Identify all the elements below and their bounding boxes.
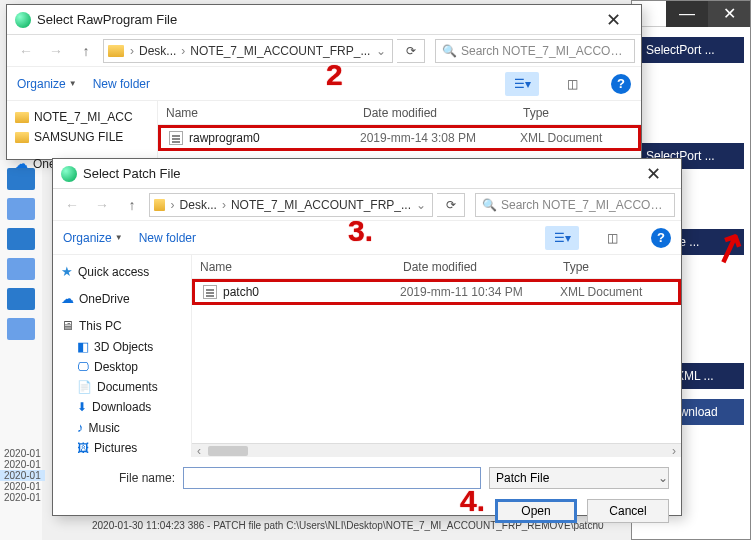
column-headers[interactable]: Name Date modified Type: [192, 255, 681, 279]
col-name[interactable]: Name: [200, 260, 403, 274]
dialog-title: Select RawProgram File: [37, 12, 593, 27]
up-icon[interactable]: ↑: [73, 38, 99, 64]
back-icon[interactable]: ←: [59, 192, 85, 218]
refresh-icon[interactable]: ⟳: [397, 39, 425, 63]
search-input[interactable]: 🔍 Search NOTE_7_MI_ACCOUNT...: [475, 193, 675, 217]
onedrive-icon: ☁: [15, 156, 28, 171]
annotation-number-4: 4.: [460, 484, 485, 518]
path-segment[interactable]: Desk...: [177, 198, 220, 212]
close-icon[interactable]: ✕: [708, 1, 750, 27]
help-icon[interactable]: ?: [611, 74, 631, 94]
file-name: patch0: [223, 285, 400, 299]
col-date[interactable]: Date modified: [403, 260, 563, 274]
minimize-icon[interactable]: —: [666, 1, 708, 27]
chevron-down-icon[interactable]: ⌄: [374, 44, 388, 58]
pc-icon: 🖥: [61, 318, 74, 333]
tree-this-pc[interactable]: 🖥This PC: [57, 315, 187, 336]
col-date[interactable]: Date modified: [363, 106, 523, 120]
tree-3d-objects[interactable]: ◧3D Objects: [57, 336, 187, 357]
path-box[interactable]: › Desk... › NOTE_7_MI_ACCOUNT_FRP_... ⌄: [149, 193, 433, 217]
search-placeholder: Search NOTE_7_MI_ACCOUNT...: [501, 198, 668, 212]
col-type[interactable]: Type: [523, 106, 633, 120]
search-input[interactable]: 🔍 Search NOTE_7_MI_ACCOUNT...: [435, 39, 635, 63]
organize-menu[interactable]: Organize▼: [17, 77, 77, 91]
nav-bar: ← → ↑ › Desk... › NOTE_7_MI_ACCOUNT_FRP_…: [7, 35, 641, 67]
close-icon[interactable]: ✕: [633, 159, 673, 189]
tree-item[interactable]: NOTE_7_MI_ACC: [11, 107, 153, 127]
filename-row: File name: Patch File ⌄: [53, 457, 681, 499]
file-type-filter[interactable]: Patch File ⌄: [489, 467, 669, 489]
app-icon: [15, 12, 31, 28]
new-folder-button[interactable]: New folder: [93, 77, 150, 91]
cancel-button[interactable]: Cancel: [587, 499, 669, 523]
xml-file-icon: [203, 285, 217, 299]
view-details-icon[interactable]: ☰▾: [545, 226, 579, 250]
dialog-actions: Open Cancel: [53, 499, 681, 535]
desktop-icon: 🖵: [77, 360, 89, 374]
tree-desktop[interactable]: 🖵Desktop: [57, 357, 187, 377]
file-date: 2019-mm-11 10:34 PM: [400, 285, 560, 299]
filename-label: File name:: [65, 471, 175, 485]
tree-downloads[interactable]: ⬇Downloads: [57, 397, 187, 417]
refresh-icon[interactable]: ⟳: [437, 193, 465, 217]
strip-icon: [7, 228, 35, 250]
organize-menu[interactable]: Organize▼: [63, 231, 123, 245]
folder-icon: [154, 199, 165, 211]
search-placeholder: Search NOTE_7_MI_ACCOUNT...: [461, 44, 628, 58]
scroll-thumb[interactable]: [208, 446, 248, 456]
filename-input[interactable]: [183, 467, 481, 489]
close-icon[interactable]: ✕: [593, 5, 633, 35]
strip-icon: [7, 288, 35, 310]
view-details-icon[interactable]: ☰▾: [505, 72, 539, 96]
folder-icon: [15, 112, 29, 123]
scroll-left-icon[interactable]: ‹: [192, 444, 206, 458]
folder-icon: [108, 45, 124, 57]
folder-icon: [15, 132, 29, 143]
view-preview-icon[interactable]: ◫: [555, 72, 589, 96]
horizontal-scrollbar[interactable]: ‹ ›: [192, 443, 681, 457]
up-icon[interactable]: ↑: [119, 192, 145, 218]
file-date: 2019-mm-14 3:08 PM: [360, 131, 520, 145]
chevron-right-icon: ›: [128, 44, 136, 58]
file-type: XML Document: [560, 285, 670, 299]
scroll-right-icon[interactable]: ›: [667, 444, 681, 458]
new-folder-button[interactable]: New folder: [139, 231, 196, 245]
view-preview-icon[interactable]: ◫: [595, 226, 629, 250]
select-port-button[interactable]: SelectPort ...: [638, 37, 744, 63]
column-headers[interactable]: Name Date modified Type: [158, 101, 641, 125]
file-row-rawprogram0[interactable]: rawprogram0 2019-mm-14 3:08 PM XML Docum…: [158, 125, 641, 151]
app-icon: [61, 166, 77, 182]
tree-item[interactable]: SAMSUNG FILE: [11, 127, 153, 147]
star-icon: ★: [61, 264, 73, 279]
titlebar: Select RawProgram File ✕: [7, 5, 641, 35]
tree-quick-access[interactable]: ★Quick access: [57, 261, 187, 282]
music-icon: ♪: [77, 420, 84, 435]
open-button[interactable]: Open: [495, 499, 577, 523]
path-segment[interactable]: NOTE_7_MI_ACCOUNT_FRP_...: [228, 198, 414, 212]
path-segment[interactable]: NOTE_7_MI_ACCOUNT_FRP_...: [187, 44, 373, 58]
file-name: rawprogram0: [189, 131, 360, 145]
forward-icon[interactable]: →: [43, 38, 69, 64]
tree-documents[interactable]: 📄Documents: [57, 377, 187, 397]
col-name[interactable]: Name: [166, 106, 363, 120]
path-segment[interactable]: Desk...: [136, 44, 179, 58]
back-icon[interactable]: ←: [13, 38, 39, 64]
search-icon: 🔍: [482, 198, 497, 212]
file-list: Name Date modified Type patch0 2019-mm-1…: [191, 255, 681, 457]
help-icon[interactable]: ?: [651, 228, 671, 248]
file-row-patch0[interactable]: patch0 2019-mm-11 10:34 PM XML Document: [192, 279, 681, 305]
path-box[interactable]: › Desk... › NOTE_7_MI_ACCOUNT_FRP_... ⌄: [103, 39, 393, 63]
picture-icon: 🖼: [77, 441, 89, 455]
tree-pictures[interactable]: 🖼Pictures: [57, 438, 187, 457]
chevron-right-icon: ›: [179, 44, 187, 58]
tree-music[interactable]: ♪Music: [57, 417, 187, 438]
tree-onedrive[interactable]: ☁OneDrive: [57, 288, 187, 309]
col-type[interactable]: Type: [563, 260, 673, 274]
forward-icon[interactable]: →: [89, 192, 115, 218]
caret-down-icon: ▼: [69, 79, 77, 88]
strip-icon: [7, 198, 35, 220]
chevron-down-icon[interactable]: ⌄: [414, 198, 428, 212]
search-icon: 🔍: [442, 44, 457, 58]
cube-icon: ◧: [77, 339, 89, 354]
filter-label: Patch File: [496, 471, 549, 485]
